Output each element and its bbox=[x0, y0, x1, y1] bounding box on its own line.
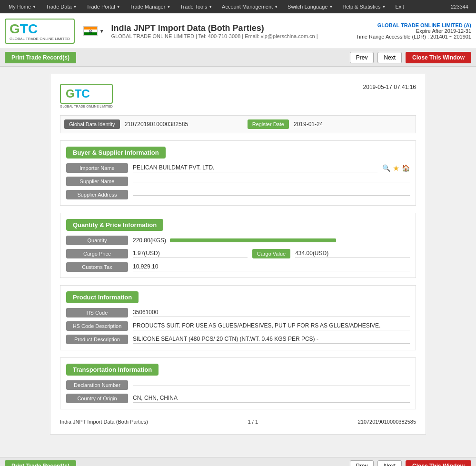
bottom-next-button[interactable]: Next bbox=[377, 460, 402, 466]
supplier-address-label: Supplier Address bbox=[66, 190, 128, 199]
nav-trade-manager[interactable]: Trade Manager ▼ bbox=[125, 0, 176, 13]
chevron-down-icon: ▼ bbox=[117, 5, 120, 9]
nav-label: Trade Manager bbox=[130, 4, 166, 10]
date-range: Time Range Accessible (LDR) : 201401 ~ 2… bbox=[356, 34, 471, 40]
quantity-bar bbox=[170, 238, 336, 242]
customs-tax-row: Customs Tax 10,929.10 bbox=[66, 262, 410, 272]
bottom-print-button[interactable]: Print Trade Record(s) bbox=[5, 460, 76, 466]
cargo-price-label: Cargo Price bbox=[66, 249, 128, 258]
transport-header: Transportation Information bbox=[66, 364, 410, 380]
record-card: G TC GLOBAL TRADE ONLINE LIMITED 2019-05… bbox=[50, 74, 426, 435]
india-flag bbox=[83, 26, 98, 36]
account-number: 223344 bbox=[447, 4, 472, 10]
footer-id: 21072019010000382585 bbox=[358, 419, 416, 425]
customs-tax-value: 10,929.10 bbox=[133, 263, 410, 271]
account-company: GLOBAL TRADE ONLINE LIMITED (A) bbox=[356, 22, 471, 28]
nav-account-management[interactable]: Account Management ▼ bbox=[217, 0, 283, 13]
nav-trade-tools[interactable]: Trade Tools ▼ bbox=[175, 0, 217, 13]
country-origin-row: Country of Origin CN, CHN, CHINA bbox=[66, 394, 410, 403]
cargo-price-value: 1.97(USD) bbox=[133, 250, 248, 258]
header-bar: G TC GLOBAL TRADE ONLINE LIMITED ▼ India… bbox=[0, 13, 476, 49]
star-icon[interactable]: ★ bbox=[393, 164, 399, 173]
chevron-down-icon: ▼ bbox=[73, 5, 77, 9]
logo-area: G TC GLOBAL TRADE ONLINE LIMITED ▼ bbox=[5, 19, 104, 44]
supplier-name-value bbox=[133, 181, 410, 182]
logo-t: TC bbox=[20, 21, 38, 37]
account-info: GLOBAL TRADE ONLINE LIMITED (A) Expire A… bbox=[356, 22, 471, 40]
gtc-g-letter: G bbox=[66, 87, 75, 100]
register-date-label: Register Date bbox=[248, 119, 289, 129]
nav-exit[interactable]: Exit bbox=[390, 0, 408, 13]
nav-items: My Home ▼ Trade Data ▼ Trade Portal ▼ Tr… bbox=[4, 0, 447, 13]
quantity-price-title: Quantity & Price Information bbox=[66, 219, 163, 231]
transport-section: Transportation Information Declaration N… bbox=[60, 357, 416, 409]
top-nav: My Home ▼ Trade Data ▼ Trade Portal ▼ Tr… bbox=[0, 0, 476, 13]
card-header: G TC GLOBAL TRADE ONLINE LIMITED 2019-05… bbox=[60, 84, 416, 108]
quantity-row: Quantity 220.80(KGS) bbox=[66, 236, 410, 245]
nav-label: Trade Portal bbox=[87, 4, 115, 10]
gtc-subtitle: GLOBAL TRADE ONLINE LIMITED bbox=[60, 105, 113, 108]
bottom-prev-button[interactable]: Prev bbox=[350, 460, 374, 466]
country-origin-value: CN, CHN, CHINA bbox=[133, 395, 410, 403]
logo-subtitle: GLOBAL TRADE ONLINE LIMITED bbox=[10, 37, 70, 41]
importer-name-label: Importer Name bbox=[66, 163, 128, 173]
importer-row: Importer Name PELICAN BUILDMAT PVT. LTD.… bbox=[66, 163, 410, 173]
close-button[interactable]: Close This Window bbox=[406, 52, 471, 63]
global-data-identity-label: Global Data Identity bbox=[64, 119, 120, 129]
product-desc-row: Product Description SILICONE SEALANT (48… bbox=[66, 335, 410, 344]
hs-code-desc-label: HS Code Description bbox=[66, 321, 128, 331]
hs-code-label: HS Code bbox=[66, 308, 128, 317]
nav-label: Exit bbox=[395, 4, 404, 10]
importer-icons: 🔍 ★ 🏠 bbox=[382, 164, 410, 173]
nav-label: Account Management bbox=[222, 4, 273, 10]
gtc-t-letter: TC bbox=[75, 87, 90, 100]
nav-help-statistics[interactable]: Help & Statistics ▼ bbox=[337, 0, 390, 13]
nav-switch-language[interactable]: Switch Language ▼ bbox=[283, 0, 337, 13]
nav-trade-data[interactable]: Trade Data ▼ bbox=[41, 0, 82, 13]
next-button[interactable]: Next bbox=[377, 52, 402, 63]
footer-page: 1 / 1 bbox=[248, 419, 258, 425]
card-timestamp: 2019-05-17 07:41:16 bbox=[363, 84, 416, 90]
quantity-value-wrap: 220.80(KGS) bbox=[133, 237, 410, 244]
supplier-name-label: Supplier Name bbox=[66, 177, 128, 186]
footer-title: India JNPT Import Data (Both Parties) bbox=[60, 419, 148, 425]
flag-dropdown[interactable]: ▼ bbox=[99, 29, 104, 34]
title-area: India JNPT Import Data (Both Parties) GL… bbox=[111, 23, 356, 39]
hs-code-value: 35061000 bbox=[133, 309, 410, 317]
nav-my-home[interactable]: My Home ▼ bbox=[4, 0, 41, 13]
supplier-name-row: Supplier Name bbox=[66, 177, 410, 186]
customs-tax-label: Customs Tax bbox=[66, 262, 128, 272]
chevron-down-icon: ▼ bbox=[274, 5, 278, 9]
home-icon[interactable]: 🏠 bbox=[402, 164, 410, 172]
register-date-value: 2019-01-24 bbox=[294, 121, 412, 128]
product-header: Product Information bbox=[66, 291, 410, 308]
chevron-down-icon: ▼ bbox=[382, 5, 386, 9]
page-title: India JNPT Import Data (Both Parties) bbox=[111, 23, 356, 33]
declaration-number-row: Declaration Number bbox=[66, 380, 410, 390]
nav-label: Switch Language bbox=[288, 4, 327, 10]
bottom-close-button[interactable]: Close This Window bbox=[406, 460, 471, 466]
nav-trade-portal[interactable]: Trade Portal ▼ bbox=[82, 0, 125, 13]
logo-g: G bbox=[10, 21, 20, 37]
top-toolbar: Print Trade Record(s) Prev Next Close Th… bbox=[0, 49, 476, 67]
card-footer: India JNPT Import Data (Both Parties) 1 … bbox=[60, 416, 416, 425]
country-origin-label: Country of Origin bbox=[66, 394, 128, 403]
cargo-value-label: Cargo Value bbox=[252, 249, 290, 258]
product-desc-value: SILICONE SEALANT (480 PCS/ 20 CTN) (NT.W… bbox=[133, 336, 410, 344]
content-area: G TC GLOBAL TRADE ONLINE LIMITED 2019-05… bbox=[0, 67, 476, 457]
buyer-supplier-header: Buyer & Supplier Information bbox=[66, 147, 410, 163]
print-button[interactable]: Print Trade Record(s) bbox=[5, 52, 76, 63]
card-logo: G TC GLOBAL TRADE ONLINE LIMITED bbox=[60, 84, 113, 108]
product-title: Product Information bbox=[66, 291, 139, 303]
hs-code-desc-value: PRODUCTS SUIT. FOR USE AS GLUES/ADHESIVE… bbox=[133, 322, 410, 330]
header-subtitle: GLOBAL TRADE ONLINE LIMITED | Tel: 400-7… bbox=[111, 33, 356, 39]
prev-button[interactable]: Prev bbox=[350, 52, 374, 63]
nav-label: Help & Statistics bbox=[342, 4, 380, 10]
nav-label: Trade Tools bbox=[180, 4, 207, 10]
search-icon[interactable]: 🔍 bbox=[382, 164, 390, 172]
global-data-identity-value: 21072019010000382585 bbox=[125, 121, 243, 128]
supplier-address-value bbox=[133, 194, 410, 196]
buyer-supplier-title: Buyer & Supplier Information bbox=[66, 147, 166, 159]
importer-name-value: PELICAN BUILDMAT PVT. LTD. bbox=[133, 164, 377, 172]
flag-area: ▼ bbox=[83, 26, 104, 36]
